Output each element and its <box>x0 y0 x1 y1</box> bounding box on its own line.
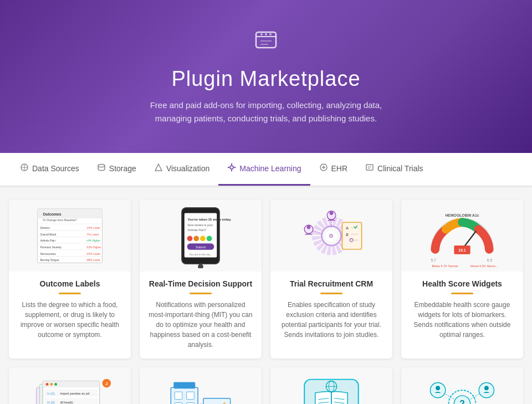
svg-text:Overall Mood: Overall Mood <box>40 233 56 236</box>
svg-text:Psoriasis Severity: Psoriasis Severity <box>40 246 62 248</box>
card-health-score-image: 5.7 6.5 10.1 Below 5.70: Normal Above 6.… <box>401 200 523 272</box>
nav-ehr[interactable]: EHR <box>310 153 357 186</box>
card-trial-recruitment-body: Trial Recruitment CRM Enables specificat… <box>270 272 392 359</box>
svg-marker-11 <box>155 164 162 171</box>
card-ehr-integration[interactable]: → EHR System Integration Manage your pat… <box>140 367 262 404</box>
svg-point-2 <box>260 33 263 35</box>
card-outcome-labels[interactable]: Outcomes % Change from Baseline* Distres… <box>9 200 131 359</box>
svg-text:-7% Lower: -7% Lower <box>86 233 99 236</box>
card-health-score-body: Health Score Widgets Embeddable health s… <box>401 272 523 359</box>
svg-text:+4% Higher: +4% Higher <box>86 239 100 242</box>
svg-text:Arthritis Pain: Arthritis Pain <box>40 239 55 242</box>
card-real-time-decision-desc: Notifications with personalized most-imp… <box>147 300 254 350</box>
card-outcome-labels-image: Outcomes % Change from Baseline* Distres… <box>9 200 131 272</box>
card-aggregated-studies-image <box>270 367 392 404</box>
card-divider <box>59 293 81 294</box>
svg-rect-22 <box>366 165 373 170</box>
card-outcome-labels-desc: Lists the degree to which a food, supple… <box>17 300 123 340</box>
data-sources-icon <box>20 163 29 174</box>
card-real-time-decision-body: Real-Time Decision Support Notifications… <box>140 272 262 359</box>
svg-text:Nervousness: Nervousness <box>40 252 56 255</box>
svg-text:In [2]:: In [2]: <box>47 400 55 403</box>
nav-clinical-trials-label: Clinical Trials <box>377 164 423 173</box>
svg-text:J: J <box>105 381 108 386</box>
card-health-score-title: Health Score Widgets <box>409 279 515 288</box>
svg-rect-66 <box>342 222 362 249</box>
svg-rect-114 <box>203 398 231 404</box>
card-divider-4 <box>451 293 473 294</box>
svg-text:How severe is your: How severe is your <box>188 223 213 226</box>
svg-point-140 <box>484 386 489 390</box>
svg-point-54 <box>200 236 206 241</box>
svg-text:df.head(): df.head() <box>60 400 73 403</box>
svg-point-13 <box>231 163 232 165</box>
nav-clinical-trials[interactable]: Clinical Trials <box>356 153 432 186</box>
svg-point-12 <box>230 166 233 169</box>
card-divider-2 <box>190 293 212 294</box>
svg-text:?: ? <box>459 399 465 404</box>
svg-point-4 <box>269 33 272 35</box>
svg-point-3 <box>265 33 267 35</box>
svg-text:% Change from Baseline*: % Change from Baseline* <box>43 218 76 222</box>
svg-point-10 <box>98 165 105 167</box>
svg-rect-110 <box>187 392 195 400</box>
card-trial-recruitment[interactable]: A B ⚙ Trial Recruitment CRM <box>270 200 392 359</box>
svg-text:⚙: ⚙ <box>329 233 334 239</box>
svg-point-15 <box>228 167 229 168</box>
nav-machine-learning[interactable]: Machine Learning <box>218 153 310 186</box>
nav-visualization-label: Visualization <box>166 164 209 173</box>
clinical-trials-icon <box>365 163 374 174</box>
visualization-icon <box>154 163 163 174</box>
card-aggregated-studies[interactable]: Aggregated n1 Studies Anonymously aggreg… <box>270 367 392 404</box>
svg-rect-108 <box>173 382 195 388</box>
svg-text:5.7: 5.7 <box>431 258 436 262</box>
plugins-grid: Outcomes % Change from Baseline* Distres… <box>9 200 523 404</box>
card-trial-recruitment-image: A B ⚙ <box>270 200 392 272</box>
svg-text:HEMOGLOBIN A1c: HEMOGLOBIN A1c <box>445 213 479 217</box>
page-header: Plugin Marketplace Free and paid add-ons… <box>0 0 532 153</box>
svg-point-65 <box>330 211 334 215</box>
svg-text:You are in the top...: You are in the top... <box>189 253 212 255</box>
nav-visualization[interactable]: Visualization <box>145 153 218 186</box>
card-jupyter-image: In [1]: import pandas as pd In [2]: df.h… <box>9 367 131 404</box>
card-real-time-decision[interactable]: You've taken 15 steps today. How severe … <box>140 200 262 359</box>
storage-icon <box>97 163 106 174</box>
card-trial-recruitment-title: Trial Recruitment CRM <box>278 279 385 288</box>
svg-text:Below 5.70: Normal: Below 5.70: Normal <box>432 264 458 268</box>
nav-storage-label: Storage <box>109 164 136 173</box>
svg-point-139 <box>436 386 440 390</box>
svg-point-52 <box>187 236 193 241</box>
svg-point-59 <box>198 264 203 268</box>
machine-learning-icon <box>227 163 236 174</box>
card-health-score[interactable]: 5.7 6.5 10.1 Below 5.70: Normal Above 6.… <box>401 200 523 359</box>
ehr-icon <box>319 163 328 174</box>
svg-point-91 <box>50 382 53 385</box>
svg-text:Submit: Submit <box>196 245 206 248</box>
card-root-cause[interactable]: ? <box>401 367 523 404</box>
category-nav: Data Sources Storage Visualization Machi… <box>0 153 532 186</box>
card-trial-recruitment-desc: Enables specification of study exclusion… <box>278 300 385 340</box>
nav-storage[interactable]: Storage <box>88 153 145 186</box>
svg-text:You've taken 15 steps today.: You've taken 15 steps today. <box>188 218 232 221</box>
nav-data-sources[interactable]: Data Sources <box>11 153 88 186</box>
svg-point-16 <box>234 167 236 168</box>
svg-text:→: → <box>199 402 202 404</box>
card-divider-3 <box>320 293 342 294</box>
svg-text:Burning Tongue: Burning Tongue <box>40 259 59 262</box>
svg-point-90 <box>46 382 49 385</box>
card-jupyter[interactable]: In [1]: import pandas as pd In [2]: df.h… <box>9 367 131 404</box>
main-content: Outcomes % Change from Baseline* Distres… <box>0 186 532 404</box>
svg-text:-38% Lower: -38% Lower <box>86 259 100 262</box>
svg-text:import pandas as pd: import pandas as pd <box>60 391 89 395</box>
nav-ehr-label: EHR <box>331 164 348 173</box>
card-health-score-desc: Embeddable health score gauge widgets fo… <box>409 300 515 340</box>
page-title: Plugin Marketplace <box>11 67 521 91</box>
svg-point-55 <box>207 236 212 241</box>
svg-text:In [1]:: In [1]: <box>47 391 55 395</box>
svg-text:A: A <box>346 226 349 229</box>
svg-text:B: B <box>346 232 349 236</box>
svg-rect-109 <box>175 392 182 400</box>
svg-point-53 <box>193 236 199 241</box>
svg-text:Above 6.50: Above...: Above 6.50: Above... <box>470 264 498 268</box>
card-real-time-decision-title: Real-Time Decision Support <box>147 279 254 288</box>
